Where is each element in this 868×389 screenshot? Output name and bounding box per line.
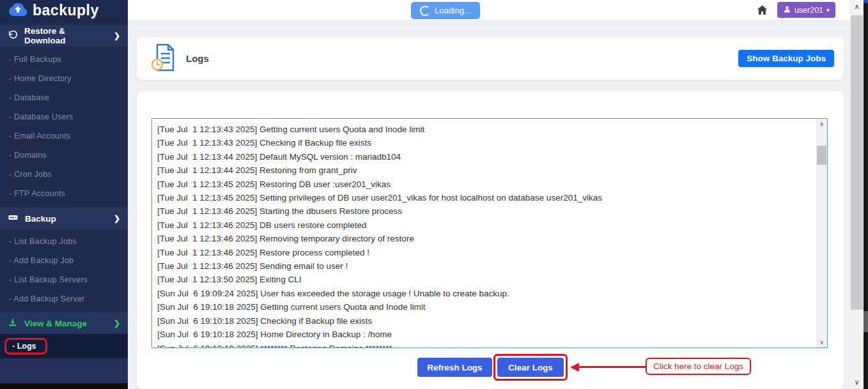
sidebar-item-add-backup-job[interactable]: - Add Backup Job [0,251,128,270]
log-line: [Tue Jul 1 12:13:45 2025] Restoring DB u… [157,178,811,191]
backup-items: - List Backup Jobs - Add Backup Job - Li… [0,229,128,309]
download-tray-icon [8,317,18,330]
log-line: [Tue Jul 1 12:13:44 2025] Default MySQL … [157,150,811,164]
scroll-down-icon[interactable]: ∨ [850,378,864,386]
page-scrollbar-thumb[interactable] [851,15,863,310]
textarea-scrollbar[interactable]: ∧ ∨ [816,119,827,347]
home-icon[interactable] [756,4,769,17]
chevron-right-icon: ❯ [114,31,120,40]
main-content: Logs Show Backup Jobs [Tue Jul 1 12:13:4… [128,21,850,389]
topbar: Loading... user201 ▾ [128,0,850,21]
sidebar-item-database[interactable]: - Database [0,88,128,107]
backuply-app: backuply Restore & Download ❯ - Full Bac… [0,0,868,389]
chevron-right-icon: ❯ [114,319,120,328]
log-line: [Tue Jul 1 12:13:43 2025] Getting curren… [157,123,811,136]
page-scrollbar[interactable]: ∧ ∨ [850,0,864,389]
cloud-upload-logo-icon [8,2,28,20]
log-line: [Sun Jul 6 19:09:24 2025] User has excee… [157,287,811,300]
clear-logs-button[interactable]: Clear Logs [497,358,564,377]
sidebar-item-email-accounts[interactable]: - Email Accounts [0,126,128,146]
section-label: View & Manage [24,319,87,328]
chevron-right-icon: ❯ [114,214,120,223]
log-line: [Tue Jul 1 12:13:46 2025] Removing tempo… [157,232,811,245]
sidebar-section-backup[interactable]: Backup ❯ [0,208,128,229]
restore-download-items: - Full Backups - Home Directory - Databa… [0,47,128,203]
sidebar-filler [0,358,128,383]
log-line: [Tue Jul 1 12:13:46 2025] DB users resto… [157,218,811,232]
sidebar-item-ftp-accounts[interactable]: - FTP Accounts [0,184,128,203]
clear-logs-annotation-highlight: Clear Logs [493,354,568,381]
sidebar-item-add-backup-server[interactable]: - Add Backup Server [0,289,128,309]
sidebar-item-list-backup-servers[interactable]: - List Backup Servers [0,270,128,289]
brand-name: backuply [33,2,99,19]
restore-icon [8,30,18,42]
spinner-icon [420,6,430,16]
backup-drive-icon [8,213,19,224]
outer-scrollbar-thumb [864,311,868,332]
logs-card: [Tue Jul 1 12:13:43 2025] Getting curren… [137,91,844,389]
scroll-up-icon[interactable]: ∧ [816,119,827,128]
sidebar-item-full-backups[interactable]: - Full Backups [0,50,128,69]
sidebar-item-cron-jobs[interactable]: - Cron Jobs [0,165,128,184]
sidebar: backuply Restore & Download ❯ - Full Bac… [0,0,128,389]
sidebar-item-logs-active[interactable]: - Logs [0,334,128,358]
user-icon [783,5,791,15]
page-header-card: Logs Show Backup Jobs [137,37,844,80]
section-label: Backup [25,214,56,224]
log-line: [Sun Jul 6 19:10:18 2025] Checking if Ba… [157,314,811,328]
log-line: [Tue Jul 1 12:13:46 2025] Sending email … [157,259,811,273]
bottom-edge [0,383,141,389]
sidebar-item-list-backup-jobs[interactable]: - List Backup Jobs [0,232,128,251]
loading-label: Loading... [435,6,471,15]
log-line: [Tue Jul 1 12:13:45 2025] Setting privil… [157,191,811,204]
sidebar-section-restore-download[interactable]: Restore & Download ❯ [0,25,128,47]
log-textarea[interactable]: [Tue Jul 1 12:13:43 2025] Getting curren… [151,118,828,348]
log-line: [Tue Jul 1 12:13:43 2025] Checking if Ba… [157,136,811,149]
logs-annotation-highlight[interactable]: - Logs [4,338,47,355]
log-lines: [Tue Jul 1 12:13:43 2025] Getting curren… [152,119,816,347]
user-name: user201 [794,6,823,15]
textarea-scrollbar-thumb[interactable] [817,146,826,165]
sidebar-item-database-users[interactable]: - Database Users [0,107,128,126]
log-line: [Tue Jul 1 12:13:46 2025] Starting the d… [157,204,811,218]
log-line: [Sun Jul 6 19:10:19 2025] ******** Resto… [157,342,811,348]
logs-document-icon [151,43,177,75]
log-line: [Tue Jul 1 12:13:46 2025] Restore proces… [157,246,811,259]
scroll-up-icon[interactable]: ∧ [850,3,864,11]
sidebar-item-home-directory[interactable]: - Home Directory [0,69,128,88]
scroll-down-icon[interactable]: ∨ [816,338,827,347]
caret-down-icon: ▾ [826,6,830,13]
brand-logo[interactable]: backuply [0,0,128,21]
user-menu-button[interactable]: user201 ▾ [777,2,835,18]
log-line: [Tue Jul 1 12:13:50 2025] Exiting CLI [157,273,811,286]
page-title: Logs [186,53,209,64]
section-label: Restore & Download [24,26,107,45]
log-line: [Sun Jul 6 19:10:18 2025] Getting curren… [157,300,811,314]
log-line: [Tue Jul 1 12:13:44 2025] Restoring from… [157,164,811,177]
window-edge [864,0,868,389]
sidebar-item-domains[interactable]: - Domains [0,146,128,165]
sidebar-section-view-manage[interactable]: View & Manage ❯ [0,312,128,334]
log-line: [Sun Jul 6 19:10:18 2025] Home Directory… [157,328,811,341]
show-backup-jobs-button[interactable]: Show Backup Jobs [738,50,834,67]
refresh-logs-button[interactable]: Refresh Logs [417,358,492,377]
window-edge-accent [864,0,868,3]
annotation-callout: Click here to clear Logs [646,358,751,375]
loading-indicator: Loading... [411,2,480,19]
annotation-arrow-line [578,366,646,368]
